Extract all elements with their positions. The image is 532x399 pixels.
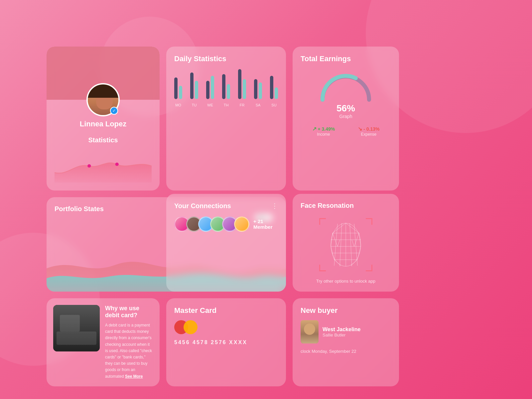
income-item: ↗ + 3.49% Income — [312, 126, 335, 137]
bar-dark — [238, 69, 241, 99]
dots-menu-button[interactable]: ⋮ — [271, 202, 278, 210]
bar-dark — [190, 72, 194, 99]
bar-teal — [243, 79, 246, 99]
bar-group-tu: TU — [190, 66, 198, 107]
debit-card-title: Why we use debit card? — [105, 305, 153, 319]
daily-stats-title: Daily Statistics — [174, 55, 278, 63]
face-resonation-card: Face Resonation — [293, 194, 399, 292]
debit-card-info: Why we use debit card? A debit card is a… — [47, 298, 160, 386]
bar-teal — [211, 76, 214, 99]
bar-group-su: SU — [270, 66, 278, 107]
gauge-value: 56% — [336, 103, 355, 114]
member-avatar-6 — [234, 216, 249, 232]
bar-label-tu: TU — [192, 103, 197, 107]
expense-item: ↘ - 0.13% Expense — [358, 126, 379, 137]
buyer-info: West Jackeline Sallie Butler — [301, 320, 391, 343]
statistics-title: Statistics — [55, 136, 152, 144]
connections-title: Your Connections — [174, 202, 231, 210]
stats-chart — [55, 149, 152, 183]
gauge-svg — [316, 70, 376, 103]
mastercard-title: Master Card — [174, 306, 278, 315]
gauge-label: Graph — [339, 114, 352, 119]
bar-group-th: TH — [222, 66, 230, 107]
connections-header: Your Connections ⋮ — [174, 202, 278, 210]
bar-label-su: SU — [271, 103, 276, 107]
face-title: Face Resonation — [301, 202, 391, 209]
bar-group-we: WE — [206, 66, 214, 107]
corner-tr — [366, 218, 372, 225]
bar-teal — [227, 84, 230, 99]
corner-bl — [319, 265, 326, 271]
buyer-subtitle: Sallie Butler — [323, 332, 360, 337]
bar-dark — [254, 79, 257, 99]
buyer-name: West Jackeline — [323, 327, 360, 332]
profile-name: Linnea Lopez — [55, 120, 152, 128]
profile-header-bg: ✓ — [47, 47, 160, 100]
earnings-title: Total Earnings — [301, 55, 391, 63]
mastercard-logo — [174, 320, 278, 334]
member-count: + 21 Member — [253, 218, 278, 230]
verified-badge: ✓ — [110, 107, 118, 115]
bar-teal — [179, 86, 182, 99]
connections-card: Your Connections ⋮ + 21 Member — [166, 194, 286, 292]
bar-group-sa: SA — [254, 66, 262, 107]
face-unlock-text: Try other options to unlock app — [301, 279, 391, 284]
buyer-avatar — [301, 320, 319, 343]
corner-tl — [319, 218, 326, 225]
scan-corners — [319, 218, 372, 271]
income-label: Income — [312, 132, 335, 137]
bar-label-th: TH — [224, 103, 229, 107]
bar-dark — [270, 76, 273, 99]
income-value: ↗ + 3.49% — [312, 126, 335, 132]
buyer-date: clock Monday, September 22 — [301, 349, 391, 354]
bar-dark — [174, 77, 178, 99]
debit-see-more-link[interactable]: See More — [125, 374, 143, 379]
daily-stats-card: Daily Statistics MO TU — [166, 47, 286, 191]
face-scan-area — [301, 215, 391, 275]
bar-label-mo: MO — [175, 103, 181, 107]
bar-label-we: WE — [207, 103, 213, 107]
bar-dark — [222, 74, 225, 99]
debit-image — [53, 305, 100, 351]
bar-teal — [275, 87, 278, 99]
bar-group-mo: MO — [174, 66, 182, 107]
bar-chart: MO TU WE TH — [174, 70, 278, 110]
avatars-row: + 21 Member — [174, 216, 278, 232]
earnings-footer: ↗ + 3.49% Income ↘ - 0.13% Expense — [301, 126, 391, 137]
debit-content: Why we use debit card? A debit card is a… — [105, 305, 153, 380]
debit-card-text: A debit card is a payment card that dedu… — [105, 322, 153, 380]
mastercard-yellow-circle — [184, 320, 198, 334]
expense-value: ↘ - 0.13% — [358, 126, 379, 132]
gauge-container: 56% Graph — [301, 70, 391, 119]
expense-label: Expense — [358, 132, 379, 137]
master-card-card: Master Card 5456 4578 2576 XXXX — [166, 298, 286, 386]
svg-point-1 — [115, 163, 119, 166]
bar-teal — [195, 81, 198, 99]
bar-dark — [206, 81, 209, 99]
bar-teal — [259, 82, 262, 99]
corner-br — [366, 265, 372, 271]
new-buyer-card: New buyer West Jackeline Sallie Butler c… — [293, 298, 399, 386]
svg-point-0 — [87, 164, 91, 168]
buyer-details: West Jackeline Sallie Butler — [323, 327, 360, 337]
bar-label-sa: SA — [256, 103, 261, 107]
profile-card: ✓ Linnea Lopez Statistics — [47, 47, 160, 191]
new-buyer-title: New buyer — [301, 306, 391, 315]
card-number: 5456 4578 2576 XXXX — [174, 339, 278, 345]
bar-label-fr: FR — [240, 103, 245, 107]
avatar-wrapper: ✓ — [86, 83, 120, 116]
bar-group-fr: FR — [238, 66, 246, 107]
earnings-card: Total Earnings 56% Graph ↗ + 3.49% Incom… — [293, 47, 399, 191]
